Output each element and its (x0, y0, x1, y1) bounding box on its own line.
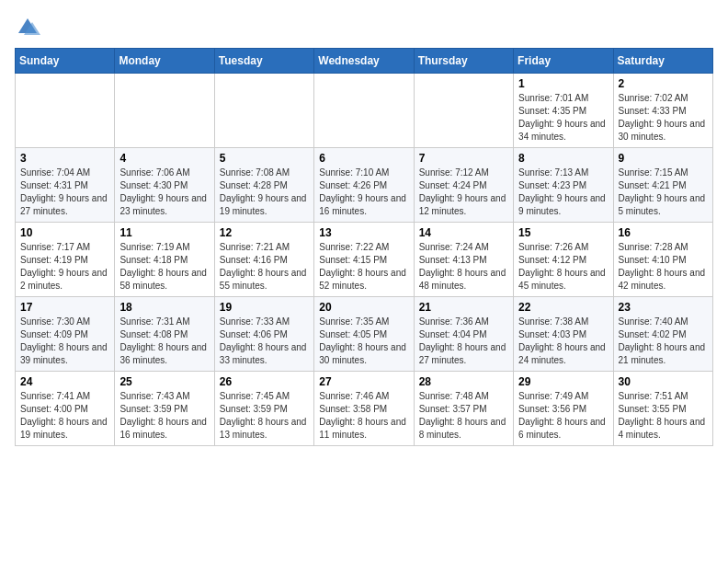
calendar-cell: 8Sunrise: 7:13 AMSunset: 4:23 PMDaylight… (514, 148, 613, 223)
calendar-cell: 30Sunrise: 7:51 AMSunset: 3:55 PMDayligh… (613, 372, 712, 446)
day-info: Sunrise: 7:35 AMSunset: 4:05 PMDaylight:… (319, 316, 408, 367)
calendar-cell: 16Sunrise: 7:28 AMSunset: 4:10 PMDayligh… (613, 223, 712, 297)
calendar-cell: 21Sunrise: 7:36 AMSunset: 4:04 PMDayligh… (414, 297, 513, 372)
calendar-cell: 15Sunrise: 7:26 AMSunset: 4:12 PMDayligh… (514, 223, 613, 297)
calendar-week-4: 24Sunrise: 7:41 AMSunset: 4:00 PMDayligh… (16, 372, 713, 446)
header-cell-wednesday: Wednesday (314, 49, 414, 74)
day-info: Sunrise: 7:46 AMSunset: 3:58 PMDaylight:… (319, 390, 408, 442)
day-number: 1 (518, 77, 608, 90)
day-number: 30 (619, 375, 708, 388)
day-number: 14 (419, 226, 508, 239)
header-cell-thursday: Thursday (414, 49, 513, 74)
day-info: Sunrise: 7:45 AMSunset: 3:59 PMDaylight:… (220, 390, 309, 442)
day-info: Sunrise: 7:26 AMSunset: 4:12 PMDaylight:… (518, 241, 608, 293)
day-info: Sunrise: 7:15 AMSunset: 4:21 PMDaylight:… (619, 167, 708, 218)
day-number: 12 (220, 226, 309, 239)
calendar-week-3: 17Sunrise: 7:30 AMSunset: 4:09 PMDayligh… (16, 297, 713, 372)
calendar-week-1: 3Sunrise: 7:04 AMSunset: 4:31 PMDaylight… (16, 148, 713, 223)
day-number: 19 (220, 301, 309, 314)
calendar-cell: 9Sunrise: 7:15 AMSunset: 4:21 PMDaylight… (613, 148, 712, 223)
calendar-week-2: 10Sunrise: 7:17 AMSunset: 4:19 PMDayligh… (16, 223, 713, 297)
calendar-cell: 10Sunrise: 7:17 AMSunset: 4:19 PMDayligh… (16, 223, 115, 297)
day-number: 23 (619, 301, 708, 314)
day-info: Sunrise: 7:30 AMSunset: 4:09 PMDaylight:… (20, 316, 109, 367)
header-cell-sunday: Sunday (16, 49, 115, 74)
day-info: Sunrise: 7:13 AMSunset: 4:23 PMDaylight:… (518, 167, 608, 218)
header-cell-friday: Friday (514, 49, 613, 74)
calendar-cell (16, 74, 115, 148)
calendar-cell (214, 74, 313, 148)
calendar-cell (414, 74, 513, 148)
calendar-cell: 17Sunrise: 7:30 AMSunset: 4:09 PMDayligh… (16, 297, 115, 372)
day-number: 3 (20, 152, 109, 165)
calendar-cell: 3Sunrise: 7:04 AMSunset: 4:31 PMDaylight… (16, 148, 115, 223)
day-number: 11 (119, 226, 209, 239)
calendar-cell: 22Sunrise: 7:38 AMSunset: 4:03 PMDayligh… (514, 297, 613, 372)
day-number: 13 (319, 226, 408, 239)
day-info: Sunrise: 7:24 AMSunset: 4:13 PMDaylight:… (419, 241, 508, 293)
calendar-cell: 18Sunrise: 7:31 AMSunset: 4:08 PMDayligh… (115, 297, 214, 372)
calendar-cell: 12Sunrise: 7:21 AMSunset: 4:16 PMDayligh… (214, 223, 313, 297)
day-info: Sunrise: 7:10 AMSunset: 4:26 PMDaylight:… (319, 167, 408, 218)
calendar-cell: 14Sunrise: 7:24 AMSunset: 4:13 PMDayligh… (414, 223, 513, 297)
day-info: Sunrise: 7:48 AMSunset: 3:57 PMDaylight:… (419, 390, 508, 442)
day-info: Sunrise: 7:02 AMSunset: 4:33 PMDaylight:… (619, 92, 708, 144)
header-cell-monday: Monday (115, 49, 214, 74)
day-number: 7 (419, 152, 508, 165)
day-number: 27 (319, 375, 408, 388)
day-number: 24 (20, 375, 109, 388)
header-cell-tuesday: Tuesday (214, 49, 313, 74)
calendar-cell: 6Sunrise: 7:10 AMSunset: 4:26 PMDaylight… (314, 148, 414, 223)
day-info: Sunrise: 7:01 AMSunset: 4:35 PMDaylight:… (518, 92, 608, 144)
calendar-cell: 25Sunrise: 7:43 AMSunset: 3:59 PMDayligh… (115, 372, 214, 446)
day-info: Sunrise: 7:21 AMSunset: 4:16 PMDaylight:… (220, 241, 309, 293)
calendar-cell: 13Sunrise: 7:22 AMSunset: 4:15 PMDayligh… (314, 223, 414, 297)
day-info: Sunrise: 7:38 AMSunset: 4:03 PMDaylight:… (518, 316, 608, 367)
day-number: 17 (20, 301, 109, 314)
day-info: Sunrise: 7:33 AMSunset: 4:06 PMDaylight:… (220, 316, 309, 367)
calendar-cell (115, 74, 214, 148)
calendar-cell: 1Sunrise: 7:01 AMSunset: 4:35 PMDaylight… (514, 74, 613, 148)
calendar-cell: 5Sunrise: 7:08 AMSunset: 4:28 PMDaylight… (214, 148, 313, 223)
day-info: Sunrise: 7:04 AMSunset: 4:31 PMDaylight:… (20, 167, 109, 218)
calendar-cell: 23Sunrise: 7:40 AMSunset: 4:02 PMDayligh… (613, 297, 712, 372)
day-number: 10 (20, 226, 109, 239)
calendar-cell: 20Sunrise: 7:35 AMSunset: 4:05 PMDayligh… (314, 297, 414, 372)
calendar-cell: 26Sunrise: 7:45 AMSunset: 3:59 PMDayligh… (214, 372, 313, 446)
day-number: 25 (119, 375, 209, 388)
calendar-cell: 11Sunrise: 7:19 AMSunset: 4:18 PMDayligh… (115, 223, 214, 297)
logo-icon (15, 15, 40, 40)
day-number: 9 (619, 152, 708, 165)
day-number: 2 (619, 77, 708, 90)
day-number: 4 (119, 152, 209, 165)
logo (15, 15, 46, 40)
day-number: 22 (518, 301, 608, 314)
day-number: 26 (220, 375, 309, 388)
day-number: 6 (319, 152, 408, 165)
day-info: Sunrise: 7:43 AMSunset: 3:59 PMDaylight:… (119, 390, 209, 442)
day-info: Sunrise: 7:28 AMSunset: 4:10 PMDaylight:… (619, 241, 708, 293)
calendar-cell: 27Sunrise: 7:46 AMSunset: 3:58 PMDayligh… (314, 372, 414, 446)
day-info: Sunrise: 7:49 AMSunset: 3:56 PMDaylight:… (518, 390, 608, 442)
day-info: Sunrise: 7:31 AMSunset: 4:08 PMDaylight:… (119, 316, 209, 367)
calendar-table: SundayMondayTuesdayWednesdayThursdayFrid… (15, 48, 713, 446)
calendar-cell: 24Sunrise: 7:41 AMSunset: 4:00 PMDayligh… (16, 372, 115, 446)
day-number: 29 (518, 375, 608, 388)
day-info: Sunrise: 7:12 AMSunset: 4:24 PMDaylight:… (419, 167, 508, 218)
day-number: 15 (518, 226, 608, 239)
calendar-cell: 28Sunrise: 7:48 AMSunset: 3:57 PMDayligh… (414, 372, 513, 446)
calendar-cell: 4Sunrise: 7:06 AMSunset: 4:30 PMDaylight… (115, 148, 214, 223)
day-number: 16 (619, 226, 708, 239)
day-number: 8 (518, 152, 608, 165)
day-info: Sunrise: 7:08 AMSunset: 4:28 PMDaylight:… (220, 167, 309, 218)
day-number: 28 (419, 375, 508, 388)
calendar-cell: 2Sunrise: 7:02 AMSunset: 4:33 PMDaylight… (613, 74, 712, 148)
day-info: Sunrise: 7:06 AMSunset: 4:30 PMDaylight:… (119, 167, 209, 218)
day-number: 20 (319, 301, 408, 314)
header-cell-saturday: Saturday (613, 49, 712, 74)
day-info: Sunrise: 7:41 AMSunset: 4:00 PMDaylight:… (20, 390, 109, 442)
calendar-cell: 19Sunrise: 7:33 AMSunset: 4:06 PMDayligh… (214, 297, 313, 372)
day-number: 5 (220, 152, 309, 165)
day-info: Sunrise: 7:40 AMSunset: 4:02 PMDaylight:… (619, 316, 708, 367)
day-info: Sunrise: 7:36 AMSunset: 4:04 PMDaylight:… (419, 316, 508, 367)
